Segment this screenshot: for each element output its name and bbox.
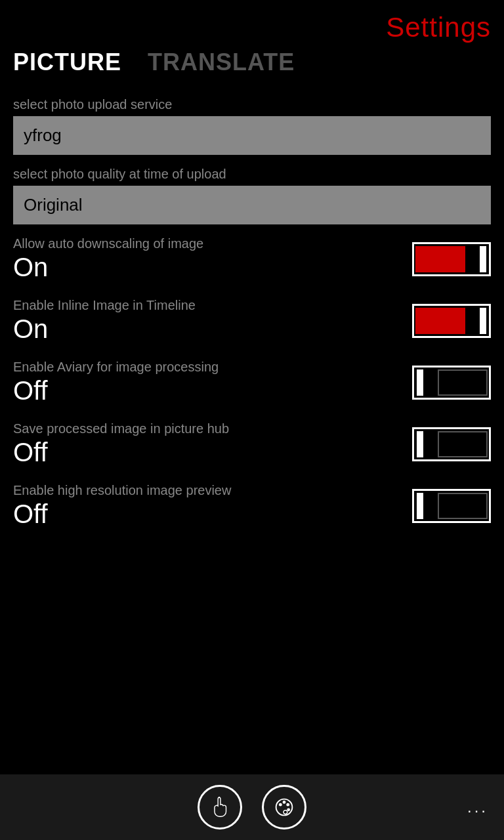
toggle-high-res-value: Off xyxy=(13,499,231,529)
toggle-thumb xyxy=(438,431,488,457)
upload-service-value: yfrog xyxy=(24,125,62,146)
toggle-high-res-text: Enable high resolution image preview Off xyxy=(13,483,231,529)
toggle-high-res-label: Enable high resolution image preview xyxy=(13,483,231,498)
toggle-inline-image-switch[interactable] xyxy=(412,304,491,338)
toggle-high-res-switch[interactable] xyxy=(412,489,491,523)
toggle-auto-downscaling-switch[interactable] xyxy=(412,242,491,276)
page-title: Settings xyxy=(386,12,491,43)
upload-service-select[interactable]: yfrog xyxy=(13,116,491,155)
header: Settings xyxy=(0,0,504,49)
svg-point-5 xyxy=(284,810,287,814)
tab-picture[interactable]: PICTURE xyxy=(13,49,121,79)
toggle-aviary-text: Enable Aviary for image processing Off xyxy=(13,360,219,406)
toggle-aviary-label: Enable Aviary for image processing xyxy=(13,360,219,375)
settings-content: select photo upload service yfrog select… xyxy=(0,91,504,747)
svg-point-3 xyxy=(286,803,289,807)
toggle-inline-image-text: Enable Inline Image in Timeline On xyxy=(13,298,196,344)
toggle-auto-downscaling-value: On xyxy=(13,253,203,282)
toggle-inline-image-value: On xyxy=(13,314,196,344)
bottom-bar: ... xyxy=(0,774,504,840)
toggle-inline-image: Enable Inline Image in Timeline On xyxy=(13,298,491,344)
photo-quality-value: Original xyxy=(24,195,83,215)
toggle-save-processed-text: Save processed image in picture hub Off xyxy=(13,421,229,467)
upload-service-label: select photo upload service xyxy=(13,97,491,112)
toggle-auto-downscaling-text: Allow auto downscaling of image On xyxy=(13,236,203,282)
svg-point-1 xyxy=(279,803,282,807)
toggle-auto-downscaling-label: Allow auto downscaling of image xyxy=(13,236,203,251)
toggle-indicator xyxy=(417,369,423,396)
toggle-save-processed: Save processed image in picture hub Off xyxy=(13,421,491,467)
toggle-thumb xyxy=(415,246,465,272)
toggle-thumb xyxy=(415,308,465,334)
toggle-save-processed-value: Off xyxy=(13,438,229,467)
toggle-indicator xyxy=(417,493,423,519)
tab-bar: PICTURE TRANSLATE xyxy=(0,49,504,79)
photo-quality-select[interactable]: Original xyxy=(13,186,491,224)
palette-icon xyxy=(272,795,297,820)
palette-icon-button[interactable] xyxy=(262,785,306,830)
toggle-indicator xyxy=(480,308,486,334)
svg-point-2 xyxy=(283,801,286,804)
toggle-auto-downscaling: Allow auto downscaling of image On xyxy=(13,236,491,282)
hand-icon-button[interactable] xyxy=(198,785,242,830)
toggle-aviary-value: Off xyxy=(13,376,219,406)
more-button[interactable]: ... xyxy=(467,798,488,816)
photo-quality-section: select photo quality at time of upload O… xyxy=(13,167,491,224)
toggle-save-processed-label: Save processed image in picture hub xyxy=(13,421,229,436)
toggle-indicator xyxy=(480,246,486,272)
toggle-aviary-switch[interactable] xyxy=(412,366,491,400)
toggle-indicator xyxy=(417,431,423,457)
toggle-thumb xyxy=(438,369,488,396)
hand-icon xyxy=(207,795,232,820)
toggle-save-processed-switch[interactable] xyxy=(412,427,491,461)
toggle-high-res: Enable high resolution image preview Off xyxy=(13,483,491,529)
svg-point-4 xyxy=(287,808,290,811)
upload-service-section: select photo upload service yfrog xyxy=(13,97,491,155)
toggle-inline-image-label: Enable Inline Image in Timeline xyxy=(13,298,196,313)
photo-quality-label: select photo quality at time of upload xyxy=(13,167,491,182)
tab-translate[interactable]: TRANSLATE xyxy=(148,49,295,79)
toggle-thumb xyxy=(438,493,488,519)
toggle-aviary: Enable Aviary for image processing Off xyxy=(13,360,491,406)
